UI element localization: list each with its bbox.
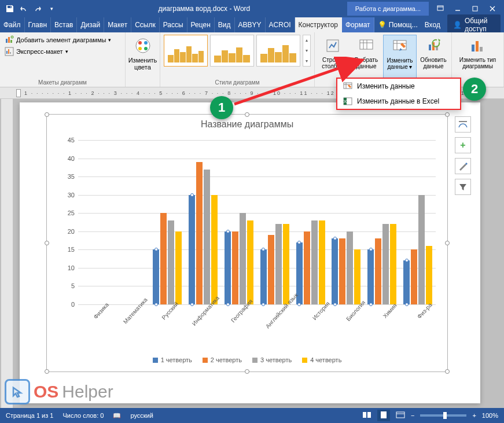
svg-rect-30 <box>381 411 387 418</box>
style-thumb[interactable] <box>164 35 208 67</box>
tab-constructor[interactable]: Конструктор <box>295 17 342 32</box>
chart-elements-button[interactable]: + <box>455 137 471 153</box>
page-indicator[interactable]: Страница 1 из 1 <box>6 412 53 419</box>
ruler-left-indent-icon[interactable] <box>16 89 21 97</box>
category-group[interactable] <box>293 140 329 304</box>
category-group[interactable] <box>221 140 257 304</box>
maximize-icon[interactable] <box>467 2 483 15</box>
category-group[interactable] <box>150 140 186 304</box>
change-chart-type-button[interactable]: Изменить тип диаграммы <box>455 35 501 69</box>
redo-icon[interactable] <box>31 2 44 15</box>
category-group[interactable] <box>329 140 365 304</box>
category-group[interactable] <box>257 140 293 304</box>
qat-more-icon[interactable]: ▾ <box>45 2 58 15</box>
y-tick-label: 40 <box>68 155 75 162</box>
chart-object[interactable]: Название диаграммы 051015202530354045 Фи… <box>46 114 448 372</box>
tab-acrobat[interactable]: ACROI <box>266 17 295 32</box>
bar[interactable] <box>160 213 167 304</box>
y-tick-label: 30 <box>68 192 75 198</box>
bar[interactable] <box>211 195 218 304</box>
bar[interactable] <box>153 249 159 304</box>
tab-layout[interactable]: Макет <box>104 17 131 32</box>
category-group[interactable] <box>78 140 114 304</box>
palette-icon <box>133 36 153 56</box>
category-group[interactable] <box>400 140 436 304</box>
chart-filters-button[interactable] <box>455 179 471 195</box>
quick-layout-button[interactable]: Экспресс-макет▾ <box>3 46 122 57</box>
bar[interactable] <box>403 260 410 304</box>
status-bar: Страница 1 из 1 Число слов: 0 📖 русский … <box>0 408 504 423</box>
bar[interactable] <box>411 249 417 304</box>
y-tick-label: 15 <box>68 246 75 253</box>
close-icon[interactable] <box>484 2 501 15</box>
bar[interactable] <box>339 238 345 304</box>
chart-legend[interactable]: 1 четверть2 четверть3 четверть4 четверть <box>47 356 447 363</box>
print-layout-icon[interactable] <box>377 410 390 421</box>
bar[interactable] <box>347 231 353 304</box>
bar[interactable] <box>196 162 203 304</box>
legend-item[interactable]: 1 четверть <box>153 356 192 363</box>
word-count[interactable]: Число слов: 0 <box>62 412 104 419</box>
person-icon: 👤 <box>453 21 462 29</box>
spellcheck-icon[interactable]: 📖 <box>113 412 121 420</box>
add-chart-element-button[interactable]: Добавить элемент диаграммы▾ <box>3 35 122 45</box>
bar[interactable] <box>418 195 425 304</box>
bar[interactable] <box>375 238 381 304</box>
tab-format[interactable]: Формат <box>342 17 374 32</box>
svg-rect-18 <box>429 45 431 50</box>
tab-mailings[interactable]: Рассы <box>160 17 187 32</box>
minimize-icon[interactable] <box>450 2 466 15</box>
ribbon-options-icon[interactable] <box>432 2 448 15</box>
bar[interactable] <box>225 231 231 304</box>
tab-references[interactable]: Ссылк <box>131 17 160 32</box>
category-group[interactable] <box>364 140 400 304</box>
bar[interactable] <box>204 170 210 305</box>
bar[interactable] <box>382 224 389 304</box>
read-mode-icon[interactable] <box>362 411 371 420</box>
tab-view[interactable]: Вид <box>215 17 235 32</box>
zoom-slider[interactable] <box>420 414 466 417</box>
chart-title[interactable]: Название диаграммы <box>47 115 447 132</box>
bar[interactable] <box>275 224 282 304</box>
bar[interactable] <box>332 238 338 304</box>
legend-swatch <box>203 358 208 363</box>
undo-icon[interactable] <box>17 2 30 15</box>
tab-home[interactable]: Главн <box>25 17 51 32</box>
tab-design[interactable]: Дизай <box>77 17 104 32</box>
zoom-out-button[interactable]: − <box>411 412 414 419</box>
chart-styles-button[interactable] <box>455 158 471 174</box>
bar[interactable] <box>260 249 267 304</box>
language-indicator[interactable]: русский <box>130 412 153 419</box>
web-layout-icon[interactable] <box>396 411 405 420</box>
sign-in-button[interactable]: Вход <box>425 21 440 29</box>
bar[interactable] <box>232 231 238 304</box>
category-group[interactable] <box>185 140 221 304</box>
bar[interactable] <box>319 220 325 304</box>
layout-options-button[interactable] <box>455 116 471 133</box>
tab-abbyy[interactable]: ABBYY <box>235 17 266 32</box>
legend-item[interactable]: 4 четверть <box>302 356 341 363</box>
vertical-ruler[interactable] <box>1 99 13 408</box>
save-icon[interactable] <box>3 2 16 15</box>
bar[interactable] <box>268 235 274 304</box>
bar[interactable] <box>168 220 174 304</box>
tab-review[interactable]: Рецен <box>187 17 215 32</box>
bar[interactable] <box>311 220 318 304</box>
legend-item[interactable]: 3 четверть <box>252 356 292 363</box>
bar[interactable] <box>240 213 246 304</box>
bar[interactable] <box>247 220 253 304</box>
zoom-level[interactable]: 100% <box>482 412 498 419</box>
tab-insert[interactable]: Встав <box>51 17 77 32</box>
bar[interactable] <box>304 231 310 304</box>
plot-area[interactable]: 051015202530354045 <box>78 140 436 304</box>
tab-file[interactable]: Файл <box>0 17 25 32</box>
change-type-icon <box>468 36 488 56</box>
category-group[interactable] <box>114 140 150 304</box>
watermark-helper: Helper <box>62 382 113 402</box>
legend-item[interactable]: 2 четверть <box>203 356 242 363</box>
bar[interactable] <box>367 249 374 304</box>
zoom-in-button[interactable]: + <box>472 412 476 419</box>
tell-me[interactable]: Помощ... <box>389 21 418 29</box>
change-colors-button[interactable]: Изменить цвета <box>126 35 160 71</box>
bar[interactable] <box>189 195 195 304</box>
